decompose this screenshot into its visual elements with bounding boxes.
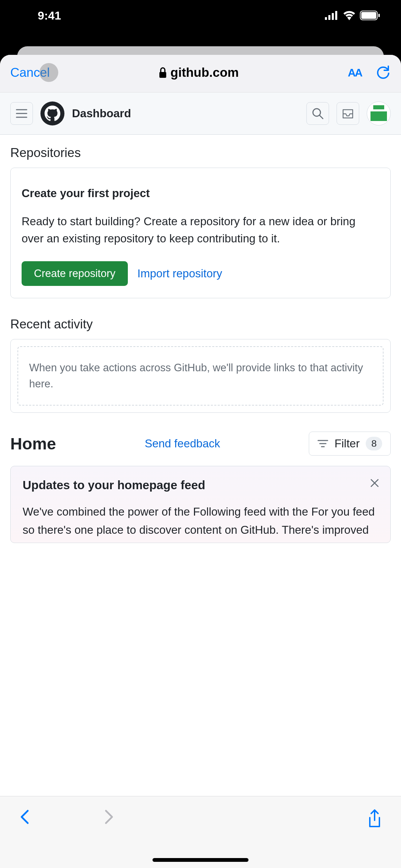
recent-activity-card: When you take actions across GitHub, we'… bbox=[10, 339, 391, 413]
github-header: Dashboard bbox=[0, 93, 401, 135]
card-title: Create your first project bbox=[22, 187, 379, 200]
status-icons bbox=[325, 11, 380, 20]
share-button[interactable] bbox=[367, 809, 382, 828]
close-icon bbox=[370, 478, 379, 488]
battery-icon bbox=[360, 11, 380, 20]
safari-right-controls: AA bbox=[348, 65, 391, 80]
first-project-card: Create your first project Ready to start… bbox=[10, 168, 391, 298]
back-button[interactable] bbox=[19, 809, 30, 825]
search-button[interactable] bbox=[306, 102, 329, 125]
svg-point-11 bbox=[313, 109, 320, 116]
hamburger-icon bbox=[16, 109, 27, 118]
filter-button[interactable]: Filter 8 bbox=[309, 432, 391, 456]
github-icon bbox=[45, 106, 60, 121]
safari-url-bar: Cancel github.com AA bbox=[0, 55, 401, 93]
forward-button[interactable] bbox=[104, 809, 115, 825]
svg-rect-5 bbox=[361, 12, 376, 19]
notice-title: Updates to your homepage feed bbox=[23, 478, 378, 492]
send-feedback-link[interactable]: Send feedback bbox=[145, 437, 220, 450]
svg-rect-6 bbox=[378, 14, 380, 17]
url-text: github.com bbox=[170, 65, 239, 80]
safari-bottom-toolbar bbox=[0, 796, 401, 868]
inbox-icon bbox=[342, 108, 354, 119]
safari-sheet: Cancel github.com AA bbox=[0, 55, 401, 868]
cancel-button[interactable]: Cancel bbox=[10, 65, 50, 80]
svg-rect-0 bbox=[325, 17, 327, 20]
svg-rect-7 bbox=[159, 72, 166, 78]
empty-state: When you take actions across GitHub, we'… bbox=[17, 346, 384, 406]
import-repository-link[interactable]: Import repository bbox=[137, 267, 222, 280]
card-actions: Create repository Import repository bbox=[22, 261, 379, 286]
svg-rect-2 bbox=[332, 13, 334, 20]
main-content: Repositories Create your first project R… bbox=[0, 135, 401, 868]
home-indicator[interactable] bbox=[153, 858, 248, 862]
page-title: Dashboard bbox=[72, 107, 299, 120]
status-time: 9:41 bbox=[38, 9, 61, 22]
avatar-image bbox=[370, 105, 387, 122]
cellular-icon bbox=[325, 11, 339, 20]
lock-icon bbox=[159, 67, 167, 78]
svg-rect-3 bbox=[335, 11, 337, 20]
svg-line-12 bbox=[320, 116, 323, 119]
text-size-button[interactable]: AA bbox=[348, 67, 362, 79]
repositories-heading: Repositories bbox=[10, 146, 391, 160]
wifi-icon bbox=[343, 11, 356, 20]
home-header-row: Home Send feedback Filter 8 bbox=[10, 432, 391, 456]
svg-rect-1 bbox=[328, 15, 330, 20]
homepage-updates-notice: Updates to your homepage feed We've comb… bbox=[10, 466, 391, 543]
filter-label: Filter bbox=[335, 437, 360, 450]
url-area[interactable]: github.com bbox=[159, 65, 239, 80]
menu-button[interactable] bbox=[10, 102, 33, 125]
touch-indicator bbox=[39, 63, 58, 82]
empty-state-text: When you take actions across GitHub, we'… bbox=[29, 360, 372, 392]
recent-activity-heading: Recent activity bbox=[10, 317, 391, 331]
filter-count-badge: 8 bbox=[366, 437, 382, 450]
inbox-button[interactable] bbox=[337, 102, 359, 125]
home-heading: Home bbox=[10, 434, 56, 453]
notice-body: We've combined the power of the Followin… bbox=[23, 503, 378, 539]
github-logo[interactable] bbox=[40, 101, 64, 125]
create-repository-button[interactable]: Create repository bbox=[22, 261, 128, 286]
card-body: Ready to start building? Create a reposi… bbox=[22, 213, 379, 247]
user-avatar[interactable] bbox=[367, 101, 391, 125]
search-icon bbox=[312, 107, 324, 120]
refresh-icon[interactable] bbox=[377, 65, 391, 80]
close-notice-button[interactable] bbox=[370, 478, 379, 489]
filter-icon bbox=[317, 439, 328, 448]
status-bar: 9:41 bbox=[0, 0, 401, 31]
